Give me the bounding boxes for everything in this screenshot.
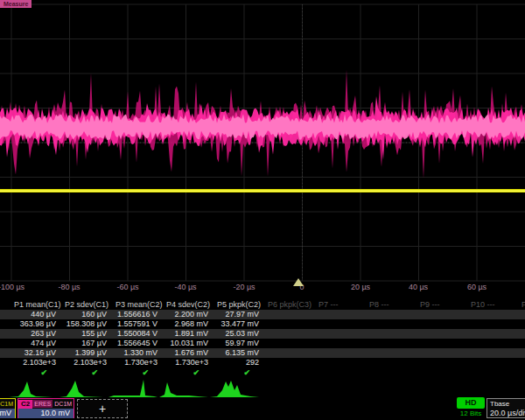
measure-value-cell: 10.031 mV xyxy=(159,339,210,348)
time-axis-label: -100 µs xyxy=(0,282,24,292)
measure-table: P1 mean(C1)P2 sdev(C1)P3 mean(C2)P4 sdev… xyxy=(0,300,525,378)
measure-value-cell: 1.730e+3 xyxy=(108,358,159,368)
status-empty xyxy=(413,368,464,378)
measure-value-cell xyxy=(312,339,362,348)
measure-value-cell: 155 µV xyxy=(58,329,108,339)
measure-value-cell xyxy=(312,329,362,339)
timebase-descriptor[interactable]: Tbase 20.0 µs/div xyxy=(486,398,525,418)
measure-value-cell: 160 µV xyxy=(58,310,108,319)
measure-value-cell xyxy=(362,339,413,348)
measure-value-cell xyxy=(312,348,362,358)
menu-fragment[interactable]: Measure xyxy=(0,0,32,8)
status-check-icon: ✔ xyxy=(58,368,108,378)
measure-value-cell xyxy=(464,329,514,339)
timebase-value: 20.0 µs/div xyxy=(487,409,525,418)
c2-channel-badge: C2 xyxy=(18,400,32,409)
measure-value-cell: 33.477 mV xyxy=(210,319,261,329)
plus-icon: + xyxy=(99,402,106,416)
measure-value-cell xyxy=(413,348,464,358)
measure-value-cell xyxy=(261,339,312,348)
measure-column-header[interactable]: P2 sdev(C1) xyxy=(58,300,108,310)
measure-column-header[interactable]: P5 pkpk(C2) xyxy=(210,300,261,310)
hd-bits-label: 12 Bits xyxy=(457,410,485,418)
measure-value-cell: 167 µV xyxy=(58,339,108,348)
measure-table-row: 363.98 µV158.308 µV1.557591 V2.968 mV33.… xyxy=(0,319,525,329)
measure-value-cell: 25.03 mV xyxy=(210,329,261,339)
measure-value-cell: 2.103e+3 xyxy=(7,358,58,368)
measure-value-cell: 474 µV xyxy=(7,339,58,348)
measure-value-cell: 1.556616 V xyxy=(108,310,159,319)
measure-value-cell xyxy=(464,358,514,368)
status-check-icon: ✔ xyxy=(210,368,261,378)
measure-column-header[interactable]: P4 sdev(C2) xyxy=(159,300,210,310)
measure-value-cell xyxy=(464,348,514,358)
measure-value-cell xyxy=(514,310,525,319)
measure-column-header[interactable]: P6 pkpk(C3) xyxy=(261,300,312,310)
measure-table-row: 2.103e+32.103e+31.730e+31.730e+3292 xyxy=(0,358,525,368)
measure-value-cell xyxy=(514,329,525,339)
histicon xyxy=(108,380,158,397)
measure-value-cell xyxy=(514,319,525,329)
time-axis-label: 20 µs xyxy=(351,282,370,292)
measure-value-cell xyxy=(261,319,312,329)
measure-column-header[interactable]: P10 --- xyxy=(464,300,514,310)
measure-value-cell: 1.557591 V xyxy=(108,319,159,329)
measure-value-cell xyxy=(514,348,525,358)
status-empty xyxy=(312,368,362,378)
add-trace-button[interactable]: + xyxy=(77,399,128,418)
measure-value-cell: 1.730e+3 xyxy=(159,358,210,368)
channel-descriptor-c1[interactable]: DC1M 5.00 mV xyxy=(0,398,16,418)
measure-value-cell xyxy=(413,329,464,339)
c2-coupling-label: DC1M xyxy=(52,400,74,408)
measure-value-cell xyxy=(464,339,514,348)
hd-mode-badge[interactable]: HD xyxy=(457,397,485,409)
measure-value-cell xyxy=(362,358,413,368)
measure-value-cell xyxy=(312,310,362,319)
trigger-time-marker-icon[interactable] xyxy=(289,276,310,287)
measure-value-cell xyxy=(362,329,413,339)
measure-value-cell: 6.135 mV xyxy=(210,348,261,358)
measure-status-row: ✔✔✔✔✔ xyxy=(0,368,525,378)
measure-value-cell xyxy=(413,339,464,348)
timebase-label: Tbase xyxy=(487,399,525,409)
status-check-icon: ✔ xyxy=(7,368,58,378)
time-axis-label: -20 µs xyxy=(233,282,255,292)
measure-value-cell xyxy=(514,358,525,368)
status-check-icon: ✔ xyxy=(108,368,159,378)
c2-vdiv-value: 10.0 mV xyxy=(18,409,74,418)
measure-value-cell xyxy=(413,319,464,329)
measure-table-row: 263 µV155 µV1.550084 V1.891 mV25.03 mV xyxy=(0,329,525,339)
waveform-display xyxy=(0,0,525,300)
time-axis-label: -40 µs xyxy=(174,282,196,292)
measure-column-header[interactable]: P8 --- xyxy=(362,300,413,310)
measure-value-cell: 1.399 µV xyxy=(58,348,108,358)
measure-value-cell: 1.556645 V xyxy=(108,339,159,348)
measure-column-header[interactable]: P11 xyxy=(514,300,525,310)
measure-column-header[interactable]: P7 --- xyxy=(312,300,362,310)
status-empty xyxy=(514,368,525,378)
measure-column-header[interactable]: P1 mean(C1) xyxy=(7,300,58,310)
measure-value-cell xyxy=(514,339,525,348)
measure-value-cell: 32.16 µV xyxy=(7,348,58,358)
measure-table-row: 474 µV167 µV1.556645 V10.031 mV59.97 mV xyxy=(0,339,525,348)
measure-table-header-row: P1 mean(C1)P2 sdev(C1)P3 mean(C2)P4 sdev… xyxy=(0,300,525,310)
measure-value-cell xyxy=(413,310,464,319)
channel-descriptor-c2[interactable]: C2 ERES DC1M 10.0 mV xyxy=(18,398,74,418)
measure-value-cell: 1.550084 V xyxy=(108,329,159,339)
measure-value-cell xyxy=(261,358,312,368)
status-check-icon: ✔ xyxy=(159,368,210,378)
measure-column-header[interactable]: P9 --- xyxy=(413,300,464,310)
status-empty xyxy=(362,368,413,378)
measure-value-cell xyxy=(261,329,312,339)
histicon xyxy=(159,382,208,397)
c1-vdiv-value: 5.00 mV xyxy=(0,409,15,418)
time-axis-label: 40 µs xyxy=(409,282,428,292)
measure-column-header[interactable]: P3 mean(C2) xyxy=(108,300,159,310)
measure-value-cell: 2.968 mV xyxy=(159,319,210,329)
status-empty xyxy=(261,368,312,378)
measure-value-cell: 1.891 mV xyxy=(159,329,210,339)
measure-value-cell: 292 xyxy=(210,358,261,368)
oscilloscope-screen: Measure -100 µs-80 µs-60 µs-40 µs-20 µs0… xyxy=(0,0,525,420)
measure-value-cell: 2.200 mV xyxy=(159,310,210,319)
measure-value-cell xyxy=(413,358,464,368)
